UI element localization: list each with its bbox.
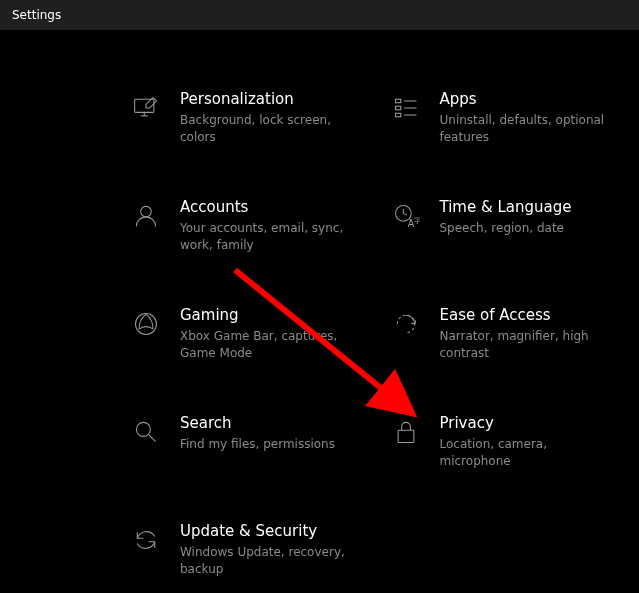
settings-grid: Personalization Background, lock screen,…: [20, 90, 619, 582]
svg-text:字: 字: [413, 217, 419, 225]
tile-update-security[interactable]: Update & Security Windows Update, recove…: [130, 522, 350, 582]
accounts-icon: [130, 200, 162, 232]
tile-gaming[interactable]: Gaming Xbox Game Bar, captures, Game Mod…: [130, 306, 350, 366]
tile-desc: Background, lock screen, colors: [180, 112, 350, 146]
update-security-icon: [130, 524, 162, 556]
tile-title: Personalization: [180, 90, 350, 108]
tile-ease-of-access[interactable]: Ease of Access Narrator, magnifier, high…: [390, 306, 610, 366]
tile-privacy[interactable]: Privacy Location, camera, microphone: [390, 414, 610, 474]
svg-point-15: [136, 314, 157, 335]
svg-line-17: [149, 435, 156, 442]
tile-desc: Narrator, magnifier, high contrast: [440, 328, 610, 362]
ease-of-access-icon: [390, 308, 422, 340]
tile-title: Privacy: [440, 414, 610, 432]
tile-title: Time & Language: [440, 198, 572, 216]
tile-title: Search: [180, 414, 335, 432]
tile-time-language[interactable]: A字 Time & Language Speech, region, date: [390, 198, 610, 258]
tile-search[interactable]: Search Find my files, permissions: [130, 414, 350, 474]
tile-title: Accounts: [180, 198, 350, 216]
tile-desc: Speech, region, date: [440, 220, 572, 237]
tile-desc: Xbox Game Bar, captures, Game Mode: [180, 328, 350, 362]
lock-icon: [390, 416, 422, 448]
svg-rect-18: [398, 430, 414, 442]
tile-desc: Uninstall, defaults, optional features: [440, 112, 610, 146]
tile-desc: Windows Update, recovery, backup: [180, 544, 350, 578]
titlebar: Settings: [0, 0, 639, 30]
tile-apps[interactable]: Apps Uninstall, defaults, optional featu…: [390, 90, 610, 150]
tile-personalization[interactable]: Personalization Background, lock screen,…: [130, 90, 350, 150]
tile-accounts[interactable]: Accounts Your accounts, email, sync, wor…: [130, 198, 350, 258]
personalization-icon: [130, 92, 162, 124]
settings-content: Personalization Background, lock screen,…: [0, 30, 639, 593]
tile-desc: Your accounts, email, sync, work, family: [180, 220, 350, 254]
tile-desc: Location, camera, microphone: [440, 436, 610, 470]
apps-icon: [390, 92, 422, 124]
tile-title: Ease of Access: [440, 306, 610, 324]
svg-rect-4: [395, 106, 400, 110]
tile-title: Apps: [440, 90, 610, 108]
svg-line-12: [403, 213, 407, 215]
tile-title: Gaming: [180, 306, 350, 324]
search-icon: [130, 416, 162, 448]
tile-title: Update & Security: [180, 522, 350, 540]
tile-desc: Find my files, permissions: [180, 436, 335, 453]
gaming-icon: [130, 308, 162, 340]
time-language-icon: A字: [390, 200, 422, 232]
svg-rect-5: [395, 113, 400, 117]
svg-point-16: [136, 422, 150, 436]
svg-rect-3: [395, 99, 400, 103]
window-title: Settings: [12, 8, 61, 22]
svg-point-9: [141, 206, 152, 217]
